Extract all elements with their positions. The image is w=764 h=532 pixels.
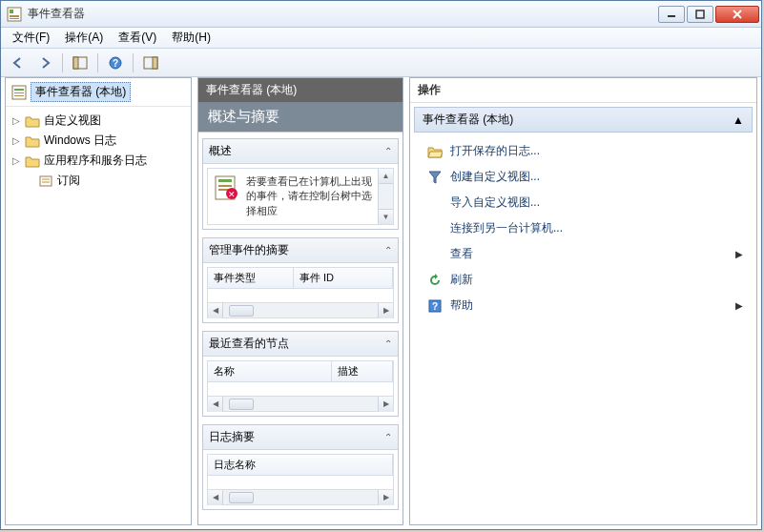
svg-rect-18 [40, 176, 52, 186]
blank-icon [427, 195, 443, 211]
action-label: 刷新 [450, 272, 473, 288]
section-label: 管理事件的摘要 [209, 242, 289, 258]
section-label: 日志摘要 [209, 429, 255, 445]
scroll-thumb[interactable] [229, 305, 254, 317]
scroll-thumb[interactable] [229, 399, 254, 410]
svg-rect-1 [10, 10, 13, 13]
filter-icon [427, 170, 443, 185]
window-title: 事件查看器 [28, 6, 658, 22]
scroll-down-button[interactable]: ▼ [379, 209, 393, 224]
svg-rect-13 [153, 57, 157, 69]
col-desc[interactable]: 描述 [332, 361, 393, 381]
col-name[interactable]: 名称 [208, 361, 332, 381]
action-label: 查看 [450, 246, 473, 262]
expand-icon[interactable]: ▷ [11, 136, 21, 146]
scroll-left-button[interactable]: ◀ [208, 303, 223, 318]
scroll-right-button[interactable]: ▶ [378, 303, 393, 318]
action-label: 帮助 [450, 297, 473, 314]
action-open-saved-log[interactable]: 打开保存的日志... [414, 138, 753, 164]
help-button[interactable]: ? [104, 52, 127, 73]
section-log-summary: 日志摘要 ⌃ 日志名称 ◀ ▶ [202, 424, 399, 510]
toolbar-separator [62, 53, 63, 72]
svg-rect-9 [73, 57, 78, 69]
titlebar: 事件查看器 [1, 1, 761, 28]
tree-node-subscriptions[interactable]: 订阅 [8, 171, 189, 191]
menu-file[interactable]: 文件(F) [5, 28, 57, 48]
minimize-button[interactable] [658, 6, 685, 23]
submenu-arrow-icon: ▶ [735, 249, 743, 259]
section-header-overview[interactable]: 概述 ⌃ [203, 139, 398, 164]
tree-node-windows-logs[interactable]: ▷ Windows 日志 [8, 131, 189, 151]
collapse-icon: ⌃ [384, 146, 392, 156]
col-event-type[interactable]: 事件类型 [208, 268, 294, 288]
scroll-left-button[interactable]: ◀ [208, 397, 223, 412]
scroll-right-button[interactable]: ▶ [378, 490, 393, 505]
action-refresh[interactable]: 刷新 [414, 267, 753, 293]
section-overview: 概述 ⌃ ✕ 若要查看已在计算机上出现的事件，请在控制台树中选择相应 ▲ ▼ [202, 138, 399, 230]
back-button[interactable] [7, 52, 30, 73]
section-header-log[interactable]: 日志摘要 ⌃ [203, 425, 398, 450]
scroll-right-button[interactable]: ▶ [378, 397, 393, 412]
svg-rect-16 [14, 92, 24, 93]
collapse-icon: ⌃ [384, 338, 392, 349]
section-header-recent[interactable]: 最近查看的节点 ⌃ [203, 332, 398, 357]
svg-rect-15 [14, 89, 24, 91]
center-pane: 事件查看器 (本地) 概述与摘要 概述 ⌃ ✕ 若要查看已在计算机上出现的事件，… [197, 77, 403, 525]
folder-icon [25, 113, 40, 129]
overview-text: 若要查看已在计算机上出现的事件，请在控制台树中选择相应 [246, 174, 387, 218]
folder-icon [25, 153, 40, 169]
toolbar-separator [97, 53, 98, 72]
menu-action[interactable]: 操作(A) [57, 28, 111, 48]
menubar: 文件(F) 操作(A) 查看(V) 帮助(H) [1, 28, 761, 49]
tree-root[interactable]: 事件查看器 (本地) [6, 78, 191, 107]
section-header-admin[interactable]: 管理事件的摘要 ⌃ [203, 238, 398, 263]
menu-view[interactable]: 查看(V) [111, 28, 164, 48]
section-label: 最近查看的节点 [209, 336, 289, 352]
expand-icon[interactable]: ▷ [11, 156, 21, 166]
log-summary-grid: 日志名称 ◀ ▶ [207, 454, 394, 505]
actions-pane: 操作 事件查看器 (本地) ▲ 打开保存的日志... 创建自定义视图... 导入… [409, 77, 757, 525]
submenu-arrow-icon: ▶ [735, 300, 743, 311]
action-connect-computer[interactable]: 连接到另一台计算机... [414, 215, 753, 241]
action-import-custom-view[interactable]: 导入自定义视图... [414, 190, 753, 215]
blank-icon [427, 247, 443, 262]
col-event-id[interactable]: 事件 ID [294, 268, 393, 288]
open-folder-icon [427, 144, 443, 159]
scroll-thumb[interactable] [229, 492, 254, 503]
window-controls [658, 6, 759, 23]
action-help[interactable]: ? 帮助 ▶ [414, 293, 753, 318]
show-hide-action-button[interactable] [139, 52, 162, 73]
event-log-icon: ✕ [214, 174, 240, 201]
overview-box: ✕ 若要查看已在计算机上出现的事件，请在控制台树中选择相应 ▲ ▼ [207, 168, 394, 225]
menu-help[interactable]: 帮助(H) [164, 28, 218, 48]
tree-node-app-service-logs[interactable]: ▷ 应用程序和服务日志 [8, 151, 189, 171]
maximize-button[interactable] [687, 6, 713, 23]
scroll-left-button[interactable]: ◀ [208, 490, 223, 505]
action-view[interactable]: 查看 ▶ [414, 241, 753, 267]
event-viewer-icon [11, 85, 27, 100]
h-scrollbar[interactable]: ◀ ▶ [208, 489, 393, 504]
svg-text:?: ? [113, 58, 118, 69]
overview-scrollbar[interactable]: ▲ ▼ [378, 169, 393, 224]
close-button[interactable] [715, 6, 759, 23]
toolbar: ? [1, 49, 761, 77]
h-scrollbar[interactable]: ◀ ▶ [208, 396, 393, 411]
col-log-name[interactable]: 日志名称 [208, 455, 393, 475]
actions-group-label: 事件查看器 (本地) [423, 112, 513, 128]
actions-group-header[interactable]: 事件查看器 (本地) ▲ [414, 107, 753, 133]
h-scrollbar[interactable]: ◀ ▶ [208, 302, 393, 317]
window-frame: 事件查看器 文件(F) 操作(A) 查看(V) 帮助(H) ? 事件查看器 (本… [0, 0, 762, 530]
forward-button[interactable] [33, 52, 56, 73]
folder-icon [25, 133, 40, 149]
action-label: 导入自定义视图... [450, 194, 540, 211]
show-hide-tree-button[interactable] [69, 52, 92, 73]
svg-rect-2 [10, 15, 19, 17]
expand-icon[interactable]: ▷ [11, 116, 21, 126]
scroll-up-button[interactable]: ▲ [379, 169, 393, 184]
svg-rect-17 [14, 95, 24, 96]
action-create-custom-view[interactable]: 创建自定义视图... [414, 164, 753, 190]
section-label: 概述 [209, 143, 232, 159]
tree-node-custom-views[interactable]: ▷ 自定义视图 [8, 111, 189, 131]
tree-body: ▷ 自定义视图 ▷ Windows 日志 ▷ 应用程序和服务日志 订阅 [6, 107, 191, 194]
svg-rect-5 [696, 10, 704, 18]
